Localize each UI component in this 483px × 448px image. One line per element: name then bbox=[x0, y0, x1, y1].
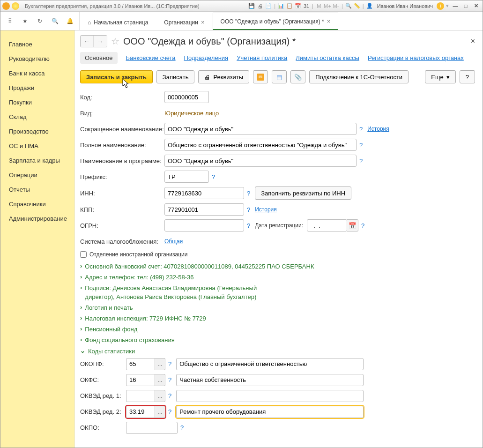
list-button[interactable]: ▤ bbox=[272, 70, 287, 83]
m-plus-icon[interactable]: M+ bbox=[324, 2, 331, 10]
sidebar-item-admin[interactable]: Администрирование bbox=[0, 211, 74, 226]
okved1-pick-button[interactable]: … bbox=[155, 390, 165, 402]
save-icon[interactable]: 💾 bbox=[248, 2, 255, 10]
calc-icon[interactable]: 📊 bbox=[277, 2, 285, 10]
close-window-button[interactable]: ✕ bbox=[471, 2, 481, 10]
prog-input[interactable] bbox=[164, 155, 357, 167]
help-button[interactable]: ? bbox=[460, 70, 475, 83]
collapse-address[interactable]: ›Адрес и телефон: тел: (499) 232-58-36 bbox=[80, 273, 475, 282]
more-button[interactable]: Еще ▾ bbox=[425, 70, 455, 83]
sidebar-item-bank[interactable]: Банк и касса bbox=[0, 66, 74, 81]
ogrn-input[interactable] bbox=[164, 219, 244, 231]
full-input[interactable] bbox=[164, 139, 357, 151]
okfs-code-input[interactable] bbox=[126, 374, 155, 386]
forward-button[interactable]: → bbox=[94, 36, 107, 47]
tab-close-icon[interactable]: × bbox=[201, 19, 205, 26]
kpp-input[interactable] bbox=[164, 203, 244, 216]
sidebar-item-assets[interactable]: ОС и НМА bbox=[0, 139, 74, 153]
search-icon[interactable]: 🔍 bbox=[49, 15, 60, 27]
save-button[interactable]: Записать bbox=[156, 70, 195, 83]
collapse-social[interactable]: ›Фонд социального страхования bbox=[80, 336, 475, 344]
inn-input[interactable] bbox=[164, 187, 244, 199]
sidebar-item-warehouse[interactable]: Склад bbox=[0, 110, 74, 124]
okved1-desc-input[interactable] bbox=[176, 390, 364, 402]
help-icon[interactable]: ? bbox=[361, 222, 364, 229]
fill-inn-button[interactable]: Заполнить реквизиты по ИНН bbox=[255, 187, 351, 200]
dropdown-icon[interactable] bbox=[12, 2, 19, 10]
bell-icon[interactable]: 🔔 bbox=[64, 15, 75, 27]
subtab-limits[interactable]: Лимиты остатка кассы bbox=[296, 54, 359, 61]
save-close-button[interactable]: Записать и закрыть bbox=[80, 70, 153, 83]
history-link[interactable]: История bbox=[367, 126, 389, 132]
connect-button[interactable]: Подключение к 1С-Отчетности bbox=[309, 70, 409, 83]
history-icon[interactable]: ↻ bbox=[34, 15, 45, 27]
tax-link[interactable]: Общая bbox=[164, 238, 183, 245]
tab-organizations[interactable]: Организации × bbox=[156, 14, 212, 30]
okfs-desc-input[interactable] bbox=[176, 374, 364, 386]
help-icon[interactable]: ? bbox=[359, 142, 363, 149]
foreign-checkbox[interactable] bbox=[80, 251, 87, 258]
subtab-dept[interactable]: Подразделения bbox=[184, 54, 229, 61]
mail-button[interactable]: ✉ bbox=[253, 70, 268, 83]
code-input[interactable] bbox=[164, 91, 209, 103]
date-icon[interactable]: 31 bbox=[303, 2, 310, 10]
print-icon[interactable]: 🖨 bbox=[256, 2, 264, 10]
help-icon[interactable]: ? bbox=[212, 173, 215, 180]
back-button[interactable]: ← bbox=[81, 36, 94, 47]
subtab-policy[interactable]: Учетная политика bbox=[237, 54, 287, 61]
sidebar-item-sales[interactable]: Продажи bbox=[0, 81, 74, 95]
collapse-signatures[interactable]: ›Подписи: Денисова Анастасия Владимировн… bbox=[80, 284, 475, 301]
help-icon[interactable]: ? bbox=[359, 126, 363, 133]
okved2-desc-input[interactable] bbox=[176, 406, 364, 418]
tab-current[interactable]: ООО "Одежда и обувь" (Организация) * × bbox=[213, 13, 339, 30]
help-icon[interactable]: ? bbox=[168, 376, 171, 383]
maximize-button[interactable]: □ bbox=[461, 2, 470, 10]
history-link-kpp[interactable]: История bbox=[255, 206, 277, 213]
collapse-bank[interactable]: ›Основной банковский счет: 4070281080000… bbox=[80, 262, 475, 271]
collapse-tax-insp[interactable]: ›Налоговая инспекция: 7729 ИФНС № 7729 bbox=[80, 314, 475, 323]
star-icon[interactable]: ★ bbox=[19, 15, 30, 27]
subtab-reg[interactable]: Регистрации в налоговых органах bbox=[368, 54, 464, 61]
calendar-button[interactable]: 📅 bbox=[347, 219, 358, 231]
sidebar-item-reports[interactable]: Отчеты bbox=[0, 182, 74, 197]
tab-home[interactable]: ⌂ Начальная страница bbox=[80, 14, 156, 30]
minimize-button[interactable]: — bbox=[451, 2, 460, 10]
ruler-icon[interactable]: 📏 bbox=[353, 2, 361, 10]
m-icon[interactable]: M bbox=[315, 2, 323, 10]
help-icon[interactable]: ? bbox=[168, 408, 171, 415]
sidebar-item-directories[interactable]: Справочники bbox=[0, 197, 74, 211]
sidebar-item-main[interactable]: Главное bbox=[0, 37, 74, 52]
okopf-desc-input[interactable] bbox=[176, 358, 364, 370]
regdate-input[interactable] bbox=[307, 219, 347, 231]
okpo-input[interactable] bbox=[126, 422, 178, 434]
sidebar-item-salary[interactable]: Зарплата и кадры bbox=[0, 153, 74, 168]
info-icon[interactable]: i bbox=[437, 2, 444, 10]
help-icon[interactable]: ? bbox=[168, 360, 171, 367]
sidebar-item-production[interactable]: Производство bbox=[0, 124, 74, 139]
collapse-logo[interactable]: ›Логотип и печать bbox=[80, 304, 475, 312]
help-icon[interactable]: ? bbox=[247, 222, 250, 229]
okved2-pick-button[interactable]: … bbox=[155, 406, 165, 418]
doc-icon[interactable]: 📋 bbox=[286, 2, 293, 10]
sidebar-item-purchases[interactable]: Покупки bbox=[0, 95, 74, 110]
m-minus-icon[interactable]: M- bbox=[332, 2, 340, 10]
help-icon[interactable]: ? bbox=[247, 190, 250, 197]
help-icon[interactable]: ? bbox=[168, 392, 171, 399]
help-icon[interactable]: ? bbox=[247, 206, 250, 213]
help-icon[interactable]: ? bbox=[180, 424, 184, 431]
props-button[interactable]: 🖨Реквизиты bbox=[198, 70, 249, 83]
apps-icon[interactable]: ⠿ bbox=[4, 15, 15, 27]
subtab-bank[interactable]: Банковские счета bbox=[126, 54, 176, 61]
help-icon[interactable]: ? bbox=[359, 157, 363, 164]
subtab-main[interactable]: Основное bbox=[80, 52, 118, 64]
okopf-pick-button[interactable]: … bbox=[155, 358, 165, 370]
okopf-code-input[interactable] bbox=[126, 358, 155, 370]
sidebar-item-manager[interactable]: Руководителю bbox=[0, 52, 74, 66]
close-page-button[interactable]: × bbox=[471, 37, 475, 45]
sidebar-item-operations[interactable]: Операции bbox=[0, 168, 74, 182]
favorite-icon[interactable]: ☆ bbox=[111, 36, 119, 47]
attach-button[interactable]: 📎 bbox=[290, 70, 305, 83]
okved2-code-input[interactable] bbox=[126, 406, 155, 418]
collapse-pension[interactable]: ›Пенсионный фонд bbox=[80, 325, 475, 334]
zoom-icon[interactable]: 🔍 bbox=[345, 2, 352, 10]
